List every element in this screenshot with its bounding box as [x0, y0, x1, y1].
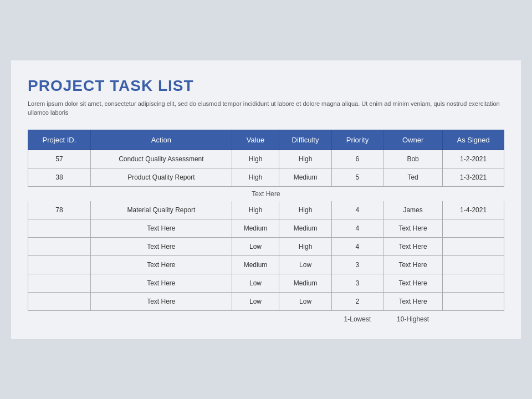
cell-signed [443, 219, 504, 237]
cell-difficulty: Low [279, 292, 332, 310]
table-row: 57Conduct Quality AssessmentHighHigh6Bob… [28, 150, 504, 168]
footer-empty-cell [443, 310, 504, 328]
cell-priority: 4 [331, 219, 383, 237]
footer-row: 1-Lowest10-Highest [28, 310, 504, 328]
cell-owner: Text Here [383, 274, 442, 292]
table-row: Text HereLowMedium3Text Here [28, 274, 504, 292]
table-row: 78Material Quality ReportHighHigh4James1… [28, 201, 504, 219]
col-action: Action [90, 130, 232, 150]
cell-priority: 4 [331, 201, 383, 219]
cell-id: 57 [28, 150, 91, 168]
main-container: PROJECT TASK LIST Lorem ipsum dolor sit … [11, 60, 521, 339]
cell-owner: Text Here [383, 237, 442, 255]
cell-signed [443, 292, 504, 310]
cell-signed [443, 255, 504, 274]
cell-value: High [232, 201, 279, 219]
cell-difficulty: Medium [279, 168, 332, 186]
cell-priority: 6 [331, 150, 383, 168]
table-row: 38Product Quality ReportHighMedium5Ted1-… [28, 168, 504, 186]
footer-empty-cell [28, 310, 91, 328]
cell-action: Text Here [90, 219, 232, 237]
col-project-id: Project ID. [28, 130, 91, 150]
cell-difficulty: High [279, 201, 332, 219]
cell-owner: Text Here [383, 292, 442, 310]
cell-owner: Text Here [383, 219, 442, 237]
cell-value: Medium [232, 219, 279, 237]
cell-owner: Ted [383, 168, 442, 186]
col-priority: Priority [331, 130, 383, 150]
separator-row: Text Here [28, 186, 504, 201]
task-table: Project ID. Action Value Difficulty Prio… [28, 130, 504, 328]
page-title: PROJECT TASK LIST [28, 77, 504, 95]
cell-priority: 5 [331, 168, 383, 186]
table-header: Project ID. Action Value Difficulty Prio… [28, 130, 504, 150]
table-row: Text HereLowHigh4Text Here [28, 237, 504, 255]
cell-signed: 1-3-2021 [443, 168, 504, 186]
cell-value: High [232, 168, 279, 186]
cell-priority: 3 [331, 255, 383, 274]
cell-signed [443, 274, 504, 292]
cell-signed: 1-4-2021 [443, 201, 504, 219]
footer-empty-cell [90, 310, 232, 328]
cell-difficulty: Low [279, 255, 332, 274]
cell-value: High [232, 150, 279, 168]
cell-value: Medium [232, 255, 279, 274]
footer-priority-label: 1-Lowest [331, 310, 383, 328]
cell-action: Material Quality Report [90, 201, 232, 219]
col-difficulty: Difficulty [279, 130, 332, 150]
cell-action: Text Here [90, 274, 232, 292]
cell-owner: Bob [383, 150, 442, 168]
table-row: Text HereLowLow2Text Here [28, 292, 504, 310]
cell-difficulty: Medium [279, 274, 332, 292]
cell-value: Low [232, 292, 279, 310]
cell-action: Text Here [90, 237, 232, 255]
cell-owner: Text Here [383, 255, 442, 274]
col-signed: As Signed [443, 130, 504, 150]
separator-text: Text Here [28, 186, 504, 201]
cell-action: Text Here [90, 255, 232, 274]
footer-empty-cell [279, 310, 332, 328]
cell-priority: 3 [331, 274, 383, 292]
cell-difficulty: High [279, 150, 332, 168]
cell-action: Text Here [90, 292, 232, 310]
cell-action: Product Quality Report [90, 168, 232, 186]
cell-id [28, 292, 91, 310]
col-owner: Owner [383, 130, 442, 150]
page-subtitle: Lorem ipsum dolor sit amet, consectetur … [28, 99, 504, 117]
footer-owner-label: 10-Highest [383, 310, 442, 328]
cell-difficulty: High [279, 237, 332, 255]
cell-id [28, 237, 91, 255]
cell-id [28, 255, 91, 274]
cell-id [28, 274, 91, 292]
cell-signed [443, 237, 504, 255]
cell-id [28, 219, 91, 237]
cell-id: 38 [28, 168, 91, 186]
cell-signed: 1-2-2021 [443, 150, 504, 168]
table-row: Text HereMediumMedium4Text Here [28, 219, 504, 237]
cell-value: Low [232, 274, 279, 292]
cell-action: Conduct Quality Assessment [90, 150, 232, 168]
cell-id: 78 [28, 201, 91, 219]
cell-difficulty: Medium [279, 219, 332, 237]
col-value: Value [232, 130, 279, 150]
cell-priority: 4 [331, 237, 383, 255]
cell-owner: James [383, 201, 442, 219]
cell-priority: 2 [331, 292, 383, 310]
table-row: Text HereMediumLow3Text Here [28, 255, 504, 274]
cell-value: Low [232, 237, 279, 255]
footer-empty-cell [232, 310, 279, 328]
